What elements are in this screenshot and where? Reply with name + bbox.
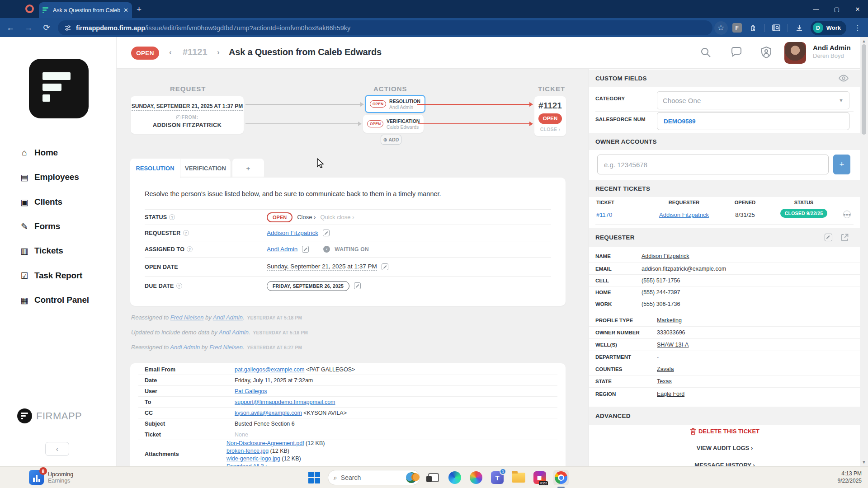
due-date-value[interactable]: FRIDAY, SEPTEMBER 26, 2025 [267,281,349,291]
open-date-value[interactable]: Sunday, September 21, 2025 at 1:37 PM [267,263,377,271]
edit-assigned-icon[interactable] [302,246,309,253]
requester-link[interactable]: Addison Fitzpatrick [267,230,318,236]
search-icon[interactable] [699,46,713,60]
teams-app-button[interactable]: T 1 [490,470,505,485]
browser-menu-icon[interactable]: ⋮ [851,21,864,35]
history-link[interactable]: Fred Nielsen [209,344,243,351]
user-menu[interactable]: Andi Admin Deren Boyd [813,44,851,59]
edit-requester-icon[interactable] [323,230,330,236]
email-to-link[interactable]: support@firmappdemo.firmappmail.com [235,399,335,405]
action-card-verification[interactable]: OPEN VERIFICATION Caleb Edwards [363,115,424,133]
recent-ticket-more-icon[interactable]: ●●● [843,211,851,218]
new-tab-button[interactable]: + [137,5,142,14]
taskbar-clock[interactable]: 4:13 PM 9/22/2025 [838,470,862,484]
state-link[interactable]: Texas [657,378,672,385]
taskbar-search[interactable]: ⌕ Search [328,470,420,485]
email-user-link[interactable]: Pat Gallegos [235,388,267,394]
search-tabs-icon[interactable] [769,21,783,35]
add-action-button[interactable]: ⊕ADD [381,135,401,145]
window-close-button[interactable]: ✕ [847,0,868,18]
attachment-link[interactable]: wide-generic-logo.jpg [226,455,280,462]
scroll-up-icon[interactable]: ▲ [861,39,867,43]
requester-name-link[interactable]: Addison Fitzpatrick [642,253,689,259]
sidebar-item-tickets[interactable]: ▥ Tickets [0,242,117,260]
m365-app-button[interactable]: ◆M365 [532,470,547,485]
back-button[interactable]: ← [3,20,18,35]
sidebar-item-forms[interactable]: ✎ Forms [0,217,117,235]
owner-account-input[interactable]: e.g. 12345678 [597,155,829,174]
help-icon[interactable]: ? [187,246,193,252]
sidebar-collapse-button[interactable]: ‹ [45,442,69,456]
next-ticket-icon[interactable]: › [217,48,220,57]
delete-ticket-button[interactable]: DELETE THIS TICKET [589,427,860,435]
scrollbar-thumb[interactable] [862,44,866,135]
email-cc-link[interactable]: kyson.avila@example.com [235,410,302,416]
edit-requester-panel-icon[interactable] [825,234,832,241]
help-icon[interactable]: ? [183,230,189,236]
request-card[interactable]: SUNDAY, SEPTEMBER 21, 2025 AT 1:37 PM ✓F… [131,96,244,134]
history-link[interactable]: Fred Nielsen [170,314,204,321]
extensions-puzzle-icon[interactable] [746,21,760,35]
wells-link[interactable]: SHAW 13I-A [657,342,689,348]
start-button[interactable] [307,470,322,485]
browser-tab[interactable]: Ask a Question from Caleb Edw ✕ [39,2,132,18]
request-date[interactable]: SUNDAY, SEPTEMBER 21, 2025 AT 1:37 PM [132,103,243,111]
quick-close-action-link[interactable]: Quick close › [320,214,354,221]
window-maximize-button[interactable]: ▢ [826,0,847,18]
chrome-app-button[interactable] [553,470,569,485]
url-bar[interactable]: firmappdemo.firm.app/issue/edit/ismfvm0h… [58,20,712,35]
copilot-app-button[interactable] [468,470,484,485]
attachment-link[interactable]: broken-fence.jpg [226,448,269,454]
sidebar-item-home[interactable]: ⌂ Home [0,144,117,162]
tab-close-icon[interactable]: ✕ [123,7,128,14]
salesforce-input[interactable]: DEMO9589 [657,112,849,130]
history-link[interactable]: Andi Admin [219,329,249,336]
tab-verification[interactable]: VERIFICATION [180,159,231,178]
user-avatar[interactable] [784,42,806,64]
file-explorer-button[interactable] [511,470,526,485]
site-settings-icon[interactable] [64,24,71,32]
history-link[interactable]: Andi Admin [170,344,200,351]
bookmark-star-icon[interactable]: ☆ [714,21,728,35]
reload-button[interactable]: ⟳ [39,20,54,35]
shield-user-icon[interactable] [760,46,774,60]
browser-profile-button[interactable]: D Work [811,21,846,35]
widgets-button[interactable]: 8 Upcoming Earnings [29,470,73,485]
sidebar-item-clients[interactable]: ▣ Clients [0,193,117,211]
chat-icon[interactable] [730,46,744,60]
tab-resolution[interactable]: RESOLUTION [130,159,180,178]
view-audit-logs-link[interactable]: VIEW AUDIT LOGS › [589,445,860,451]
downloads-icon[interactable] [793,21,806,35]
download-all-link[interactable]: Download All 3 › [226,463,267,466]
assigned-link[interactable]: Andi Admin [267,246,297,253]
edge-app-button[interactable] [447,470,462,485]
add-owner-account-button[interactable]: + [833,155,850,174]
sidebar-item-employees[interactable]: ▤ Employees [0,168,117,186]
history-link[interactable]: Andi Admin [213,314,243,321]
action-card-resolution[interactable]: OPEN RESOLUTION Andi Admin [365,95,425,113]
message-history-link[interactable]: MESSAGE HISTORY › [589,462,860,466]
firmapp-extension-icon[interactable]: F [732,23,742,33]
counties-link[interactable]: Zavala [657,366,674,372]
category-select[interactable]: Choose One ▼ [657,91,849,109]
region-link[interactable]: Eagle Ford [657,391,684,397]
help-icon[interactable]: ? [169,214,175,220]
tab-add[interactable]: + [232,159,264,178]
edit-due-date-icon[interactable] [354,282,361,289]
edit-open-date-icon[interactable] [382,263,388,270]
forward-button[interactable]: → [21,20,36,35]
help-icon[interactable]: ? [176,283,182,289]
close-action-link[interactable]: Close › [297,214,316,221]
scroll-down-icon[interactable]: ▼ [861,460,867,465]
email-from-link[interactable]: pat.gallegos@example.com [235,366,304,373]
page-scrollbar[interactable]: ▲ ▼ [860,37,868,466]
sidebar-item-task-report[interactable]: ☑ Task Report [0,267,117,285]
open-requester-external-icon[interactable] [841,234,849,241]
attachment-link[interactable]: Non-Disclosure-Agreement.pdf [226,440,304,446]
prev-ticket-icon[interactable]: ‹ [169,48,172,57]
recent-requester-link[interactable]: Addison Fitzpatrick [648,211,720,218]
task-view-button[interactable] [426,470,441,485]
waiting-on-label[interactable]: WAITING ON [335,246,369,253]
window-minimize-button[interactable]: — [806,0,826,18]
eye-icon[interactable] [839,75,849,82]
